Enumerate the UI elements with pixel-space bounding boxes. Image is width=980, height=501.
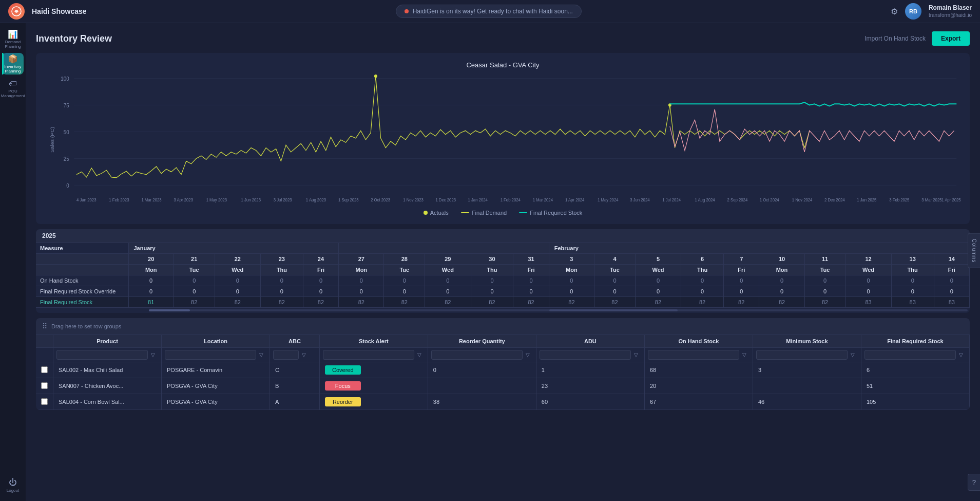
grid-scrollbar[interactable] <box>36 308 970 313</box>
abc-filter-input[interactable] <box>273 350 299 360</box>
export-button[interactable]: Export <box>932 31 970 46</box>
cell[interactable]: 0 <box>513 286 549 297</box>
row1-checkbox[interactable] <box>41 366 48 373</box>
columns-tab[interactable]: Columns <box>968 233 980 268</box>
location-filter-input[interactable] <box>165 350 256 360</box>
cell[interactable]: 83 <box>891 297 934 308</box>
row2-checkbox[interactable] <box>41 382 48 389</box>
stock-alert-filter-input[interactable] <box>323 350 414 360</box>
cell[interactable]: 0 <box>804 286 846 297</box>
on-hand-stock-header[interactable]: On Hand Stock <box>644 335 753 348</box>
logout-button[interactable]: ⏻ Logout <box>2 474 24 496</box>
cell[interactable]: 0 <box>215 286 260 297</box>
cell[interactable]: 0 <box>260 275 303 286</box>
reorder-qty-filter-icon[interactable]: ▽ <box>526 352 530 358</box>
cell[interactable]: 0 <box>934 286 969 297</box>
cell[interactable]: 82 <box>260 297 303 308</box>
cell[interactable]: 0 <box>425 275 471 286</box>
cell[interactable]: 0 <box>846 275 891 286</box>
cell[interactable]: 82 <box>384 297 425 308</box>
abc-filter-icon[interactable]: ▽ <box>302 352 306 358</box>
on-hand-filter-icon[interactable]: ▽ <box>742 352 746 358</box>
min-stock-filter-input[interactable] <box>756 350 848 360</box>
cell[interactable]: 81 <box>128 297 174 308</box>
cell[interactable]: 82 <box>635 297 681 308</box>
cell[interactable]: 0 <box>594 275 636 286</box>
cell[interactable]: 0 <box>471 275 513 286</box>
sidebar-item-inventory-planning[interactable]: 📦 InventoryPlanning <box>2 53 24 75</box>
final-req-filter-input[interactable] <box>864 350 956 360</box>
cell[interactable]: 0 <box>384 275 425 286</box>
cell[interactable]: 82 <box>549 297 594 308</box>
cell[interactable]: 82 <box>339 297 384 308</box>
cell[interactable]: 0 <box>303 275 338 286</box>
final-req-stock-header[interactable]: Final Required Stock <box>861 335 969 348</box>
cell[interactable]: 0 <box>303 286 338 297</box>
cell[interactable]: 82 <box>425 297 471 308</box>
cell[interactable]: 0 <box>339 275 384 286</box>
cell[interactable]: 0 <box>174 275 215 286</box>
cell[interactable]: 0 <box>549 286 594 297</box>
sidebar-item-pou-management[interactable]: 🏷 POUManagement <box>2 78 24 99</box>
cell[interactable]: 0 <box>513 275 549 286</box>
cell[interactable]: 0 <box>759 286 804 297</box>
cell[interactable]: 82 <box>681 297 724 308</box>
cell[interactable]: 0 <box>549 275 594 286</box>
adu-filter-icon[interactable]: ▽ <box>634 352 638 358</box>
on-hand-filter-input[interactable] <box>648 350 739 360</box>
reorder-qty-header[interactable]: Reorder Quantity <box>428 335 536 348</box>
cell[interactable]: 0 <box>594 286 636 297</box>
min-stock-header[interactable]: Minimum Stock <box>753 335 861 348</box>
cell[interactable]: 82 <box>215 297 260 308</box>
stock-alert-filter-icon[interactable]: ▽ <box>417 352 421 358</box>
cell[interactable]: 0 <box>724 286 759 297</box>
cell[interactable]: 0 <box>759 275 804 286</box>
cell[interactable]: 0 <box>724 275 759 286</box>
cell[interactable]: 0 <box>846 286 891 297</box>
product-filter-icon[interactable]: ▽ <box>151 352 155 358</box>
cell[interactable]: 0 <box>681 275 724 286</box>
cell[interactable]: 0 <box>635 275 681 286</box>
cell[interactable]: 0 <box>471 286 513 297</box>
grid-table-wrapper[interactable]: Measure January February 20 21 22 23 24 … <box>36 243 970 308</box>
import-link[interactable]: Import On Hand Stock <box>864 35 926 42</box>
cell[interactable]: 82 <box>513 297 549 308</box>
cell[interactable]: 0 <box>681 286 724 297</box>
cell[interactable]: 82 <box>724 297 759 308</box>
cell[interactable]: 0 <box>128 286 174 297</box>
cell[interactable]: 0 <box>804 275 846 286</box>
location-header[interactable]: Location <box>162 335 270 348</box>
cell[interactable]: 82 <box>174 297 215 308</box>
adu-header[interactable]: ADU <box>536 335 644 348</box>
final-req-filter-icon[interactable]: ▽ <box>959 352 963 358</box>
row3-checkbox[interactable] <box>41 398 48 405</box>
cell[interactable]: 83 <box>934 297 969 308</box>
location-filter-icon[interactable]: ▽ <box>259 352 263 358</box>
cell[interactable]: 82 <box>594 297 636 308</box>
cell[interactable]: 0 <box>425 286 471 297</box>
settings-icon[interactable]: ⚙ <box>891 7 898 16</box>
cell[interactable]: 0 <box>635 286 681 297</box>
cell[interactable]: 0 <box>384 286 425 297</box>
cell[interactable]: 83 <box>846 297 891 308</box>
cell[interactable]: 0 <box>215 275 260 286</box>
help-button[interactable]: ? <box>968 474 980 491</box>
cell[interactable]: 0 <box>934 275 969 286</box>
cell[interactable]: 0 <box>174 286 215 297</box>
product-filter-input[interactable] <box>56 350 148 360</box>
reorder-qty-filter-input[interactable] <box>431 350 523 360</box>
adu-filter-input[interactable] <box>540 350 631 360</box>
abc-header[interactable]: ABC <box>270 335 320 348</box>
cell[interactable]: 82 <box>804 297 846 308</box>
cell[interactable]: 0 <box>128 275 174 286</box>
min-stock-filter-icon[interactable]: ▽ <box>851 352 855 358</box>
cell[interactable]: 82 <box>471 297 513 308</box>
cell[interactable]: 0 <box>891 286 934 297</box>
cell[interactable]: 0 <box>339 286 384 297</box>
sidebar-item-demand-planning[interactable]: 📊 DemandPlanning <box>2 28 24 50</box>
cell[interactable]: 0 <box>891 275 934 286</box>
cell[interactable]: 82 <box>759 297 804 308</box>
cell[interactable]: 82 <box>303 297 338 308</box>
stock-alert-header[interactable]: Stock Alert <box>319 335 428 348</box>
cell[interactable]: 0 <box>260 286 303 297</box>
